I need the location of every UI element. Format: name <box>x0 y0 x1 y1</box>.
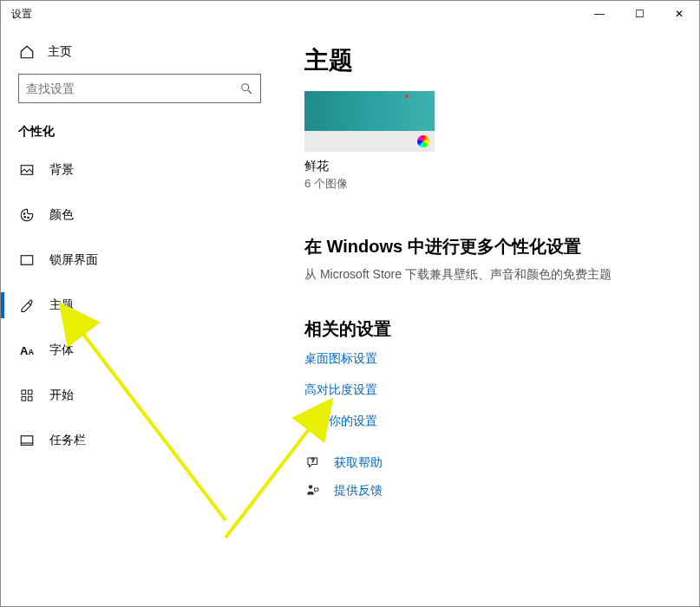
sidebar-item-label: 锁屏界面 <box>49 252 98 268</box>
feedback-label: 提供反馈 <box>334 483 383 499</box>
svg-point-4 <box>24 217 26 219</box>
search-box[interactable] <box>18 74 261 103</box>
svg-rect-8 <box>22 390 26 395</box>
home-label: 主页 <box>48 44 72 60</box>
svg-point-3 <box>23 213 25 215</box>
more-heading: 在 Windows 中进行更多个性化设置 <box>304 235 682 258</box>
sidebar-item-start[interactable]: 开始 <box>1 377 278 414</box>
link-sync-settings[interactable]: 同步你的设置 <box>304 414 682 429</box>
lockscreen-icon <box>18 252 36 268</box>
svg-rect-11 <box>28 396 32 401</box>
svg-point-0 <box>242 84 249 91</box>
image-icon <box>18 162 36 178</box>
main-content: 主题 鲜花 6 个图像 在 Windows 中进行更多个性化设置 从 Micro… <box>278 27 699 606</box>
related-heading: 相关的设置 <box>304 317 682 341</box>
maximize-icon: ☐ <box>635 8 644 20</box>
close-icon: ✕ <box>675 8 684 20</box>
svg-rect-10 <box>22 396 26 401</box>
theme-thumbnail <box>304 91 435 131</box>
home-icon <box>18 44 36 60</box>
svg-rect-7 <box>21 262 33 264</box>
sidebar-item-label: 背景 <box>49 162 74 178</box>
taskbar-icon <box>18 433 36 448</box>
search-input[interactable] <box>26 82 239 95</box>
svg-point-15 <box>309 485 313 489</box>
sidebar-item-color[interactable]: 颜色 <box>1 197 278 233</box>
maximize-button[interactable]: ☐ <box>619 1 659 27</box>
sidebar-item-label: 任务栏 <box>49 433 86 448</box>
sidebar-item-taskbar[interactable]: 任务栏 <box>1 422 278 459</box>
theme-accent-bar <box>304 131 435 152</box>
minimize-icon: — <box>594 8 605 20</box>
minimize-button[interactable]: — <box>579 1 619 27</box>
start-icon <box>18 388 36 402</box>
sidebar-item-background[interactable]: 背景 <box>1 152 278 188</box>
theme-name: 鲜花 <box>304 159 435 174</box>
sidebar-item-label: 字体 <box>49 343 74 358</box>
theme-icon <box>18 297 36 313</box>
close-button[interactable]: ✕ <box>659 1 699 27</box>
home-button[interactable]: 主页 <box>1 36 278 69</box>
palette-icon <box>18 207 36 223</box>
theme-preview[interactable]: 鲜花 6 个图像 <box>304 91 435 192</box>
sidebar-item-label: 开始 <box>49 388 74 403</box>
get-help-label: 获取帮助 <box>334 455 383 471</box>
theme-info: 6 个图像 <box>304 176 435 192</box>
sidebar-item-label: 主题 <box>49 297 74 313</box>
link-desktop-icons[interactable]: 桌面图标设置 <box>304 351 682 367</box>
feedback-link[interactable]: 提供反馈 <box>304 483 682 499</box>
svg-point-5 <box>28 217 29 219</box>
sidebar-item-theme[interactable]: 主题 <box>1 287 278 323</box>
feedback-icon <box>304 483 322 499</box>
section-label: 个性化 <box>1 119 278 152</box>
help-icon: ? <box>304 455 322 471</box>
search-icon <box>239 82 253 95</box>
sidebar: 主页 个性化 背景 颜色 锁屏界面 <box>1 27 278 606</box>
page-title: 主题 <box>304 44 682 77</box>
sidebar-item-label: 颜色 <box>49 207 74 223</box>
svg-line-1 <box>248 90 252 94</box>
get-help-link[interactable]: ? 获取帮助 <box>304 455 682 471</box>
font-icon: AA <box>18 344 36 357</box>
link-high-contrast[interactable]: 高对比度设置 <box>304 382 682 398</box>
svg-rect-2 <box>21 166 33 175</box>
more-text: 从 Microsoft Store 下载兼具壁纸、声音和颜色的免费主题 <box>304 267 682 283</box>
titlebar: 设置 — ☐ ✕ <box>1 1 699 27</box>
sidebar-item-font[interactable]: AA 字体 <box>1 332 278 369</box>
color-wheel-icon <box>417 135 429 147</box>
svg-rect-12 <box>21 436 33 446</box>
sidebar-item-lockscreen[interactable]: 锁屏界面 <box>1 242 278 278</box>
window-title: 设置 <box>11 7 32 22</box>
svg-text:?: ? <box>311 457 315 463</box>
svg-rect-9 <box>28 390 32 395</box>
